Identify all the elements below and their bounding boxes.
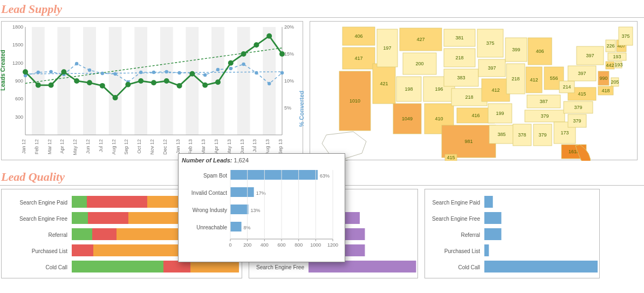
svg-text:Aug 13: Aug 13 [265, 139, 270, 155]
svg-text:1200: 1200 [327, 242, 338, 248]
svg-text:415: 415 [578, 91, 586, 97]
svg-rect-196 [92, 228, 117, 240]
svg-text:Search Engine Free: Search Engine Free [432, 216, 480, 222]
svg-text:600: 600 [277, 242, 285, 248]
svg-point-80 [189, 71, 195, 77]
svg-text:400: 400 [261, 242, 269, 248]
svg-text:Purchased List: Purchased List [32, 248, 67, 254]
svg-text:379: 379 [538, 132, 546, 138]
svg-text:Jul 13: Jul 13 [252, 139, 257, 152]
svg-text:218: 218 [511, 76, 519, 81]
svg-point-53 [113, 72, 117, 76]
svg-point-65 [268, 82, 271, 85]
svg-text:Referral: Referral [461, 232, 480, 238]
svg-text:200: 200 [243, 242, 251, 248]
svg-rect-235 [230, 222, 242, 231]
svg-text:193: 193 [614, 62, 622, 67]
svg-text:May 12: May 12 [72, 139, 78, 155]
tooltip-title-value: 1,624 [234, 157, 249, 163]
svg-rect-6 [186, 27, 199, 135]
svg-text:Search Engine Paid: Search Engine Paid [20, 200, 67, 206]
svg-rect-229 [230, 187, 254, 197]
tooltip-lead-breakdown: Number of Leads: 1,624 Spam Bot63%Invali… [178, 153, 345, 262]
svg-text:218: 218 [465, 94, 473, 100]
svg-point-79 [177, 83, 182, 88]
svg-text:5%: 5% [284, 105, 291, 111]
svg-text:Purchased List: Purchased List [444, 248, 480, 254]
svg-rect-192 [88, 212, 128, 224]
svg-rect-195 [72, 228, 92, 240]
svg-text:8%: 8% [244, 225, 251, 230]
svg-text:1000: 1000 [310, 242, 321, 248]
svg-point-70 [61, 69, 66, 74]
svg-text:399: 399 [512, 47, 520, 52]
svg-rect-222 [484, 244, 489, 256]
svg-point-76 [138, 78, 143, 84]
tooltip-title-label: Number of Leads: [182, 157, 232, 163]
svg-text:406: 406 [354, 33, 362, 39]
svg-text:415: 415 [447, 155, 455, 160]
svg-text:Cold Call: Cold Call [45, 264, 67, 270]
svg-point-61 [216, 68, 220, 71]
svg-text:412: 412 [491, 87, 499, 93]
svg-text:Sep 12: Sep 12 [124, 139, 129, 155]
svg-text:205: 205 [611, 79, 619, 85]
svg-text:199: 199 [496, 111, 504, 116]
svg-rect-224 [484, 261, 598, 272]
svg-point-60 [203, 73, 207, 77]
svg-text:63%: 63% [320, 173, 330, 179]
svg-text:397: 397 [488, 65, 496, 71]
svg-point-62 [229, 67, 232, 70]
svg-text:381: 381 [455, 35, 463, 40]
svg-rect-191 [72, 212, 88, 224]
svg-point-85 [254, 42, 259, 47]
svg-point-83 [228, 60, 234, 66]
svg-text:379: 379 [574, 105, 582, 110]
svg-text:600: 600 [15, 96, 23, 101]
svg-rect-199 [72, 244, 93, 256]
svg-point-72 [87, 80, 92, 85]
svg-rect-220 [484, 228, 502, 240]
svg-text:397: 397 [578, 71, 586, 76]
svg-text:442: 442 [606, 63, 614, 68]
svg-text:556: 556 [550, 76, 558, 81]
svg-text:Apr 13: Apr 13 [214, 139, 219, 154]
svg-text:15%: 15% [284, 51, 294, 57]
svg-text:Nov 12: Nov 12 [149, 139, 155, 155]
svg-text:385: 385 [497, 132, 505, 137]
svg-rect-188 [87, 196, 147, 208]
svg-text:800: 800 [294, 242, 303, 248]
svg-point-56 [152, 71, 155, 74]
svg-text:Oct 12: Oct 12 [136, 139, 142, 154]
svg-text:397: 397 [586, 53, 594, 58]
svg-rect-187 [72, 196, 87, 208]
svg-text:Jan 12: Jan 12 [21, 139, 26, 154]
svg-point-73 [100, 83, 105, 88]
svg-text:1049: 1049 [402, 116, 413, 121]
divider [0, 17, 644, 18]
svg-text:Feb 13: Feb 13 [188, 139, 193, 154]
svg-text:981: 981 [464, 139, 472, 144]
svg-text:Jan 13: Jan 13 [175, 139, 181, 154]
svg-text:226: 226 [606, 43, 614, 49]
svg-text:1800: 1800 [12, 24, 23, 30]
svg-rect-226 [230, 170, 318, 180]
tooltip-bar-svg: Spam Bot63%Invalid Contact17%Wrong Indus… [182, 167, 342, 258]
svg-point-52 [101, 72, 104, 75]
svg-text:Search Engine Paid: Search Engine Paid [433, 200, 480, 206]
svg-point-63 [242, 63, 245, 66]
svg-text:387: 387 [539, 99, 547, 104]
svg-rect-8 [237, 27, 250, 135]
svg-text:193: 193 [613, 54, 621, 59]
svg-text:Wrong Industy: Wrong Industy [193, 207, 227, 213]
svg-point-86 [266, 33, 272, 39]
blue-bar-svg: Search Engine PaidSearch Engine FreeRefe… [425, 189, 600, 278]
svg-text:990: 990 [599, 76, 607, 81]
chart-lead-supply: Leads Created % Converted 30060090012001… [1, 21, 303, 160]
svg-text:0: 0 [229, 242, 231, 248]
svg-point-55 [139, 71, 142, 74]
svg-text:416: 416 [471, 113, 479, 118]
chart-map: 4064171010421197427200198104919641038121… [310, 21, 638, 160]
svg-text:Cold Call: Cold Call [458, 264, 480, 270]
svg-text:375: 375 [621, 33, 629, 39]
